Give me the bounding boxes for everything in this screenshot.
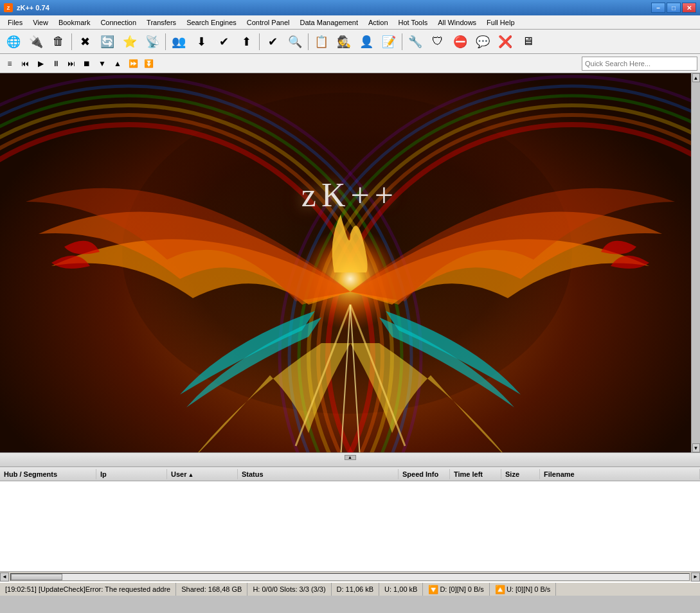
- col-status[interactable]: Status: [238, 469, 399, 479]
- toolbar1: 🌐🔌🗑✖🔄⭐📡👥⬇✔⬆✔🔍📋🕵👤📝🔧🛡⛔💬❌🖥: [0, 30, 700, 54]
- scroll-thumb-h[interactable]: [11, 574, 62, 580]
- scroll-right-btn[interactable]: ►: [691, 573, 700, 582]
- play-btn[interactable]: ▶: [33, 57, 48, 71]
- vol-up-btn[interactable]: ▲: [111, 57, 125, 71]
- quick-search-input[interactable]: [582, 57, 697, 71]
- filelist-btn[interactable]: 📋: [310, 32, 332, 51]
- menu-item-hot-tools[interactable]: Hot Tools: [393, 15, 433, 29]
- download-speed-icon: 🔽: [428, 585, 438, 594]
- prev-btn[interactable]: ⏮: [18, 57, 32, 71]
- toolbar-separator-13: [308, 33, 309, 50]
- maximize-button[interactable]: □: [667, 3, 681, 13]
- col-time[interactable]: Time left: [450, 469, 501, 479]
- main-content: zK++ ▲ ▼: [0, 73, 700, 452]
- toolbar-separator-7: [165, 33, 166, 50]
- delete-btn[interactable]: 🗑: [48, 32, 69, 51]
- reconnect-btn[interactable]: 🔄: [96, 32, 118, 51]
- menu-bar: FilesViewBookmarkConnectionTransfersSear…: [0, 15, 700, 30]
- monitor-btn[interactable]: 🖥: [517, 32, 539, 51]
- app-title: zK++ 0.74: [17, 4, 49, 12]
- connect-btn[interactable]: 🌐: [3, 32, 24, 51]
- transfer-body: [0, 481, 700, 571]
- status-hubs: H: 0/0/0 Slots: 3/3 (3/3): [247, 583, 331, 596]
- close2-btn[interactable]: ❌: [494, 32, 516, 51]
- menu-item-files[interactable]: Files: [3, 15, 28, 29]
- transfer-list-header: ▲: [0, 453, 700, 467]
- status-bar: [19:02:51] [UpdateCheck]Error: The reque…: [0, 582, 700, 596]
- transfer-columns-header: Hub / Segments Ip User▲ Status Speed Inf…: [0, 467, 700, 481]
- stop-btn[interactable]: ⏹: [80, 57, 94, 71]
- scroll-down-btn[interactable]: ▼: [692, 443, 700, 452]
- menu-item-bookmark[interactable]: Bookmark: [53, 15, 96, 29]
- phoenix-background: [0, 73, 700, 452]
- toolbar-separator-3: [71, 33, 72, 50]
- menu-item-all-windows[interactable]: All Windows: [433, 15, 481, 29]
- pause-btn[interactable]: ⏸: [49, 57, 63, 71]
- expand-transfer-btn[interactable]: ▲: [345, 455, 356, 460]
- status-shared: Shared: 168,48 GB: [176, 583, 247, 596]
- menu-item-data-management[interactable]: Data Management: [294, 15, 363, 29]
- search-btn[interactable]: 🔍: [284, 32, 306, 51]
- media-bar-btn[interactable]: ≡: [3, 57, 17, 71]
- menu-item-view[interactable]: View: [28, 15, 53, 29]
- shield-btn[interactable]: 🛡: [427, 32, 449, 51]
- status-upload-speed: 🔼 U: [0][N] 0 B/s: [490, 583, 556, 596]
- menu-item-search-engines[interactable]: Search Engines: [181, 15, 242, 29]
- skip-dn-btn[interactable]: ⏬: [141, 57, 156, 71]
- col-hub-segment[interactable]: Hub / Segments: [0, 469, 96, 479]
- close-button[interactable]: ✕: [682, 3, 696, 13]
- disconnect-btn[interactable]: 🔌: [25, 32, 47, 51]
- fav-btn[interactable]: ⭐: [119, 32, 141, 51]
- status-download: D: 11,06 kB: [332, 583, 379, 596]
- vertical-scrollbar[interactable]: ▲ ▼: [691, 73, 700, 452]
- scroll-left-btn[interactable]: ◄: [0, 573, 9, 582]
- bottom-scrollbar[interactable]: ◄ ►: [0, 571, 700, 582]
- minimize-button[interactable]: –: [651, 3, 665, 13]
- transfer-list: ▲ Hub / Segments Ip User▲ Status Speed I…: [0, 452, 700, 571]
- status-upload: U: 1,00 kB: [379, 583, 423, 596]
- col-ip[interactable]: Ip: [96, 469, 167, 479]
- col-speed[interactable]: Speed Info: [399, 469, 450, 479]
- title-bar-left: Z zK++ 0.74: [4, 3, 49, 12]
- status-log: [19:02:51] [UpdateCheck]Error: The reque…: [0, 583, 176, 596]
- chat-btn[interactable]: 💬: [472, 32, 494, 51]
- menu-item-transfers[interactable]: Transfers: [141, 15, 181, 29]
- col-user[interactable]: User▲: [167, 469, 238, 479]
- next-btn[interactable]: ⏭: [64, 57, 78, 71]
- upload-speed-icon: 🔼: [495, 585, 505, 594]
- col-file[interactable]: Filename: [540, 469, 700, 479]
- tools-btn[interactable]: 🔧: [404, 32, 426, 51]
- col-size[interactable]: Size: [501, 469, 540, 479]
- upload-btn[interactable]: ⬆: [235, 32, 257, 51]
- users-btn[interactable]: 👥: [168, 32, 190, 51]
- toolbar2: ≡ ⏮ ▶ ⏸ ⏭ ⏹ ▼ ▲ ⏩ ⏬: [0, 54, 700, 73]
- title-bar-controls: – □ ✕: [651, 3, 696, 13]
- app-icon: Z: [4, 3, 13, 12]
- toolbar-separator-11: [259, 33, 260, 50]
- cancel-btn[interactable]: ✖: [74, 32, 96, 51]
- menu-item-action[interactable]: Action: [363, 15, 393, 29]
- check-btn[interactable]: ✔: [213, 32, 235, 51]
- menu-item-connection[interactable]: Connection: [95, 15, 141, 29]
- ban-btn[interactable]: ⛔: [449, 32, 471, 51]
- check2-btn[interactable]: ✔: [262, 32, 283, 51]
- skip-fwd-btn[interactable]: ⏩: [126, 57, 140, 71]
- scroll-track-h[interactable]: [10, 573, 690, 581]
- spy-btn[interactable]: 🕵: [333, 32, 355, 51]
- toolbar-separator-17: [402, 33, 402, 50]
- scroll-up-btn[interactable]: ▲: [692, 73, 700, 82]
- adduser-btn[interactable]: 👤: [355, 32, 377, 51]
- download-btn[interactable]: ⬇: [190, 32, 212, 51]
- vol-down-btn[interactable]: ▼: [95, 57, 109, 71]
- notes-btn[interactable]: 📝: [378, 32, 400, 51]
- wifi-btn[interactable]: 📡: [141, 32, 163, 51]
- title-bar: Z zK++ 0.74 – □ ✕: [0, 0, 700, 15]
- menu-item-full-help[interactable]: Full Help: [481, 15, 519, 29]
- menu-item-control-panel[interactable]: Control Panel: [242, 15, 295, 29]
- status-download-speed: 🔽 D: [0][N] 0 B/s: [423, 583, 489, 596]
